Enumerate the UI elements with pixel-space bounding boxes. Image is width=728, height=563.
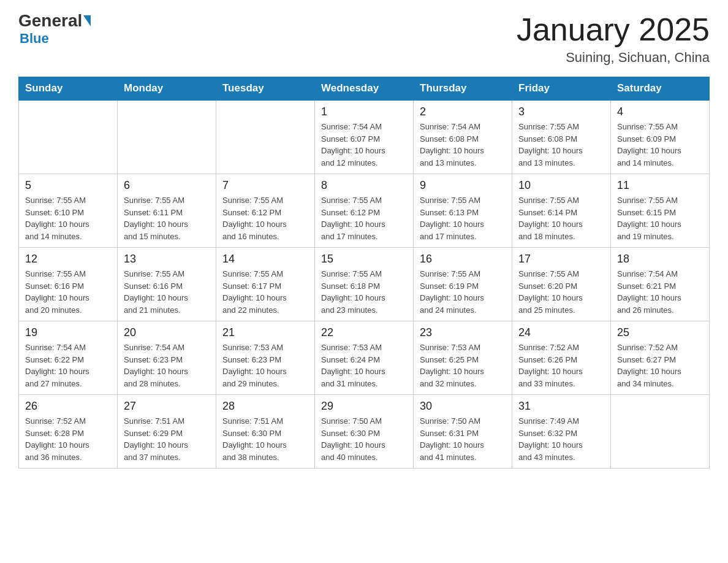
day-number: 28 (222, 400, 308, 413)
day-number: 20 (124, 326, 210, 339)
day-info: Sunrise: 7:52 AMSunset: 6:26 PMDaylight:… (518, 342, 604, 389)
calendar-cell: 8Sunrise: 7:55 AMSunset: 6:12 PMDaylight… (315, 174, 414, 248)
day-info: Sunrise: 7:55 AMSunset: 6:12 PMDaylight:… (222, 194, 308, 242)
calendar-cell: 24Sunrise: 7:52 AMSunset: 6:26 PMDayligh… (512, 321, 611, 395)
day-info: Sunrise: 7:52 AMSunset: 6:28 PMDaylight:… (25, 415, 111, 463)
day-number: 31 (518, 400, 604, 413)
day-number: 13 (124, 253, 210, 266)
calendar-cell: 2Sunrise: 7:54 AMSunset: 6:08 PMDaylight… (414, 100, 512, 174)
calendar-cell: 3Sunrise: 7:55 AMSunset: 6:08 PMDaylight… (512, 100, 611, 174)
day-info: Sunrise: 7:55 AMSunset: 6:20 PMDaylight:… (518, 268, 604, 316)
day-of-week-header: Tuesday (216, 77, 315, 101)
calendar-cell (19, 100, 118, 174)
day-info: Sunrise: 7:53 AMSunset: 6:24 PMDaylight:… (321, 342, 407, 389)
calendar-cell: 15Sunrise: 7:55 AMSunset: 6:18 PMDayligh… (315, 248, 414, 321)
calendar-cell: 5Sunrise: 7:55 AMSunset: 6:10 PMDaylight… (19, 174, 118, 248)
calendar-cell: 23Sunrise: 7:53 AMSunset: 6:25 PMDayligh… (414, 321, 512, 395)
day-number: 30 (420, 400, 506, 413)
day-info: Sunrise: 7:55 AMSunset: 6:17 PMDaylight:… (222, 268, 308, 316)
day-info: Sunrise: 7:55 AMSunset: 6:18 PMDaylight:… (321, 268, 407, 316)
day-number: 9 (420, 179, 506, 192)
calendar-cell (118, 100, 216, 174)
day-number: 7 (222, 179, 308, 192)
day-of-week-header: Monday (118, 77, 216, 101)
day-number: 8 (321, 179, 407, 192)
day-info: Sunrise: 7:55 AMSunset: 6:09 PMDaylight:… (617, 121, 703, 169)
calendar-subtitle: Suining, Sichuan, China (517, 50, 710, 66)
calendar-cell: 22Sunrise: 7:53 AMSunset: 6:24 PMDayligh… (315, 321, 414, 395)
calendar-header-row: SundayMondayTuesdayWednesdayThursdayFrid… (19, 77, 710, 101)
calendar-cell: 17Sunrise: 7:55 AMSunset: 6:20 PMDayligh… (512, 248, 611, 321)
logo-general-text: General (18, 12, 82, 29)
calendar-cell: 27Sunrise: 7:51 AMSunset: 6:29 PMDayligh… (118, 395, 216, 469)
day-number: 18 (617, 253, 703, 266)
day-number: 2 (420, 105, 506, 118)
day-info: Sunrise: 7:54 AMSunset: 6:21 PMDaylight:… (617, 268, 703, 316)
page-header: General Blue January 2025 Suining, Sichu… (18, 12, 710, 66)
day-number: 15 (321, 253, 407, 266)
day-info: Sunrise: 7:50 AMSunset: 6:31 PMDaylight:… (420, 415, 506, 463)
calendar-cell: 18Sunrise: 7:54 AMSunset: 6:21 PMDayligh… (611, 248, 710, 321)
calendar-cell: 30Sunrise: 7:50 AMSunset: 6:31 PMDayligh… (414, 395, 512, 469)
calendar-cell: 13Sunrise: 7:55 AMSunset: 6:16 PMDayligh… (118, 248, 216, 321)
day-info: Sunrise: 7:54 AMSunset: 6:08 PMDaylight:… (420, 121, 506, 169)
calendar-cell: 19Sunrise: 7:54 AMSunset: 6:22 PMDayligh… (19, 321, 118, 395)
day-number: 24 (518, 326, 604, 339)
day-info: Sunrise: 7:51 AMSunset: 6:30 PMDaylight:… (222, 415, 308, 463)
day-number: 5 (25, 179, 111, 192)
day-info: Sunrise: 7:49 AMSunset: 6:32 PMDaylight:… (518, 415, 604, 463)
day-info: Sunrise: 7:55 AMSunset: 6:16 PMDaylight:… (124, 268, 210, 316)
day-info: Sunrise: 7:55 AMSunset: 6:14 PMDaylight:… (518, 194, 604, 242)
calendar-cell: 11Sunrise: 7:55 AMSunset: 6:15 PMDayligh… (611, 174, 710, 248)
day-number: 10 (518, 179, 604, 192)
calendar-cell: 28Sunrise: 7:51 AMSunset: 6:30 PMDayligh… (216, 395, 315, 469)
day-number: 21 (222, 326, 308, 339)
day-number: 4 (617, 105, 703, 118)
day-number: 6 (124, 179, 210, 192)
calendar-cell: 29Sunrise: 7:50 AMSunset: 6:30 PMDayligh… (315, 395, 414, 469)
calendar-week-row: 19Sunrise: 7:54 AMSunset: 6:22 PMDayligh… (19, 321, 710, 395)
calendar-cell (611, 395, 710, 469)
day-number: 22 (321, 326, 407, 339)
calendar-week-row: 26Sunrise: 7:52 AMSunset: 6:28 PMDayligh… (19, 395, 710, 469)
day-of-week-header: Thursday (414, 77, 512, 101)
day-number: 12 (25, 253, 111, 266)
day-info: Sunrise: 7:55 AMSunset: 6:11 PMDaylight:… (124, 194, 210, 242)
calendar-cell: 4Sunrise: 7:55 AMSunset: 6:09 PMDaylight… (611, 100, 710, 174)
day-number: 14 (222, 253, 308, 266)
day-number: 29 (321, 400, 407, 413)
day-info: Sunrise: 7:55 AMSunset: 6:13 PMDaylight:… (420, 194, 506, 242)
day-number: 16 (420, 253, 506, 266)
day-number: 19 (25, 326, 111, 339)
calendar-cell: 10Sunrise: 7:55 AMSunset: 6:14 PMDayligh… (512, 174, 611, 248)
title-block: January 2025 Suining, Sichuan, China (517, 12, 710, 66)
day-info: Sunrise: 7:53 AMSunset: 6:23 PMDaylight:… (222, 342, 308, 389)
calendar-cell: 26Sunrise: 7:52 AMSunset: 6:28 PMDayligh… (19, 395, 118, 469)
calendar-cell: 6Sunrise: 7:55 AMSunset: 6:11 PMDaylight… (118, 174, 216, 248)
day-info: Sunrise: 7:55 AMSunset: 6:12 PMDaylight:… (321, 194, 407, 242)
day-number: 27 (124, 400, 210, 413)
calendar-cell: 1Sunrise: 7:54 AMSunset: 6:07 PMDaylight… (315, 100, 414, 174)
calendar-table: SundayMondayTuesdayWednesdayThursdayFrid… (18, 77, 710, 469)
day-number: 25 (617, 326, 703, 339)
day-number: 3 (518, 105, 604, 118)
calendar-cell: 20Sunrise: 7:54 AMSunset: 6:23 PMDayligh… (118, 321, 216, 395)
day-info: Sunrise: 7:54 AMSunset: 6:23 PMDaylight:… (124, 342, 210, 389)
day-info: Sunrise: 7:55 AMSunset: 6:19 PMDaylight:… (420, 268, 506, 316)
day-info: Sunrise: 7:55 AMSunset: 6:16 PMDaylight:… (25, 268, 111, 316)
calendar-cell: 25Sunrise: 7:52 AMSunset: 6:27 PMDayligh… (611, 321, 710, 395)
day-info: Sunrise: 7:55 AMSunset: 6:15 PMDaylight:… (617, 194, 703, 242)
day-number: 23 (420, 326, 506, 339)
logo: General Blue (18, 12, 92, 47)
day-info: Sunrise: 7:50 AMSunset: 6:30 PMDaylight:… (321, 415, 407, 463)
calendar-week-row: 12Sunrise: 7:55 AMSunset: 6:16 PMDayligh… (19, 248, 710, 321)
day-info: Sunrise: 7:54 AMSunset: 6:07 PMDaylight:… (321, 121, 407, 169)
day-number: 26 (25, 400, 111, 413)
calendar-cell: 31Sunrise: 7:49 AMSunset: 6:32 PMDayligh… (512, 395, 611, 469)
calendar-cell: 16Sunrise: 7:55 AMSunset: 6:19 PMDayligh… (414, 248, 512, 321)
calendar-cell: 21Sunrise: 7:53 AMSunset: 6:23 PMDayligh… (216, 321, 315, 395)
day-info: Sunrise: 7:55 AMSunset: 6:10 PMDaylight:… (25, 194, 111, 242)
day-info: Sunrise: 7:54 AMSunset: 6:22 PMDaylight:… (25, 342, 111, 389)
calendar-cell (216, 100, 315, 174)
day-of-week-header: Saturday (611, 77, 710, 101)
